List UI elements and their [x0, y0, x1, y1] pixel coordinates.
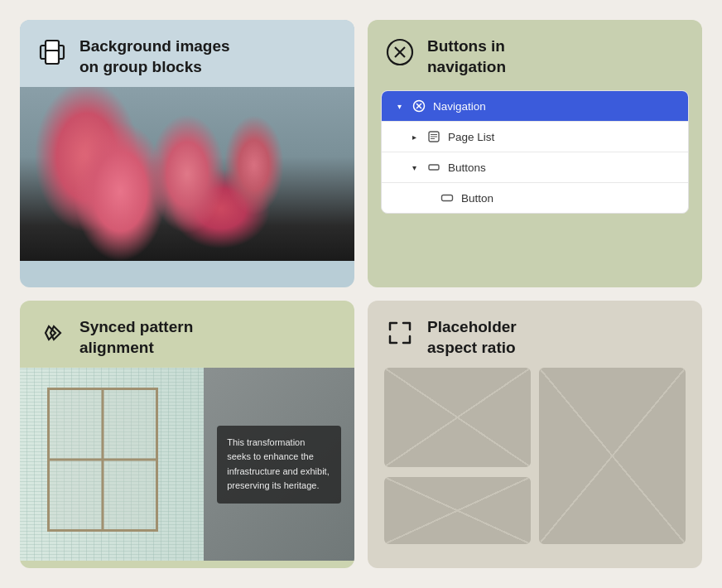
pattern-text-block: This transformation seeks to enhance the…: [217, 426, 341, 504]
card-2-title: Buttons in navigation: [427, 36, 506, 77]
placeholder-grid: [368, 368, 702, 561]
navigation-circle-icon: [384, 36, 416, 68]
nav-item-pagelist[interactable]: ▸ Page List: [382, 122, 688, 152]
svg-rect-3: [46, 51, 59, 64]
nav-icon-button: [440, 190, 455, 205]
main-grid: Background images on group blocks Button…: [0, 0, 722, 588]
nav-chevron-pagelist: ▸: [408, 133, 420, 142]
nav-icon-buttons: [426, 160, 441, 175]
nav-icon-pagelist: [426, 129, 441, 144]
nav-label-navigation: Navigation: [433, 100, 676, 113]
placeholder-box-tall: [539, 368, 686, 544]
nav-chevron-buttons: ▾: [408, 163, 420, 172]
nav-label-buttons: Buttons: [448, 161, 676, 174]
pattern-text: This transformation seeks to enhance the…: [227, 437, 330, 491]
group-blocks-icon: [36, 36, 68, 68]
svg-rect-14: [429, 165, 439, 170]
pattern-alignment-icon: [36, 317, 68, 349]
nav-item-button[interactable]: ▸ Button: [382, 183, 688, 213]
card-1-image: [20, 87, 354, 261]
pattern-text-area: This transformation seeks to enhance the…: [204, 368, 354, 561]
card-4-title: Placeholder aspect ratio: [427, 317, 517, 358]
nav-icon-navigation: [412, 99, 426, 113]
nav-chevron-navigation: ▾: [393, 102, 405, 111]
pattern-scene: This transformation seeks to enhance the…: [20, 368, 354, 561]
nav-label-button: Button: [461, 192, 676, 205]
card-synced-pattern: Synced pattern alignment This transforma…: [20, 301, 354, 568]
window-frame: [47, 388, 157, 533]
card-2-header: Buttons in navigation: [368, 20, 702, 90]
placeholder-box-short: [384, 477, 531, 545]
placeholder-box-square: [384, 368, 531, 467]
nav-label-pagelist: Page List: [448, 131, 676, 143]
card-4-header: Placeholder aspect ratio: [368, 301, 702, 368]
card-buttons-navigation: Buttons in navigation ▾ Navigation ▸: [368, 20, 702, 287]
card-1-title: Background images on group blocks: [79, 36, 230, 77]
card-3-title: Synced pattern alignment: [79, 317, 193, 358]
svg-rect-15: [442, 195, 453, 201]
card-placeholder-aspect: Placeholder aspect ratio: [368, 301, 702, 568]
card-3-header: Synced pattern alignment: [20, 301, 354, 368]
pattern-curtains: [20, 368, 204, 561]
navigation-tree: ▾ Navigation ▸: [381, 90, 689, 214]
card-background-images: Background images on group blocks: [20, 20, 354, 287]
nav-item-navigation[interactable]: ▾ Navigation: [382, 91, 688, 121]
card-3-image: This transformation seeks to enhance the…: [20, 368, 354, 561]
flower-image: [20, 87, 354, 261]
card-1-header: Background images on group blocks: [20, 20, 354, 87]
aspect-ratio-icon: [384, 317, 416, 349]
nav-item-buttons[interactable]: ▾ Buttons: [382, 152, 688, 182]
